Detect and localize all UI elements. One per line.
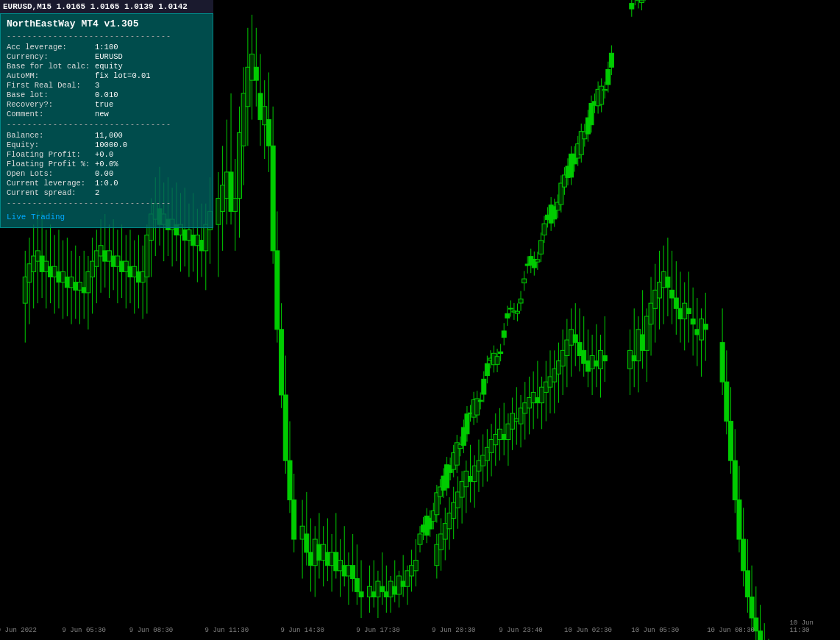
time-label: 9 Jun 14:30 (280, 627, 324, 634)
row-label: Equity: (7, 141, 95, 149)
row-value: +0.0 (95, 150, 207, 159)
time-label: 9 Jun 05:30 (62, 627, 105, 634)
time-label: 9 Jun 08:30 (129, 627, 173, 634)
divider-3: -------------------------------- (7, 199, 207, 207)
row-label: Comment: (7, 110, 95, 118)
account-row: Floating Profit:+0.0 (7, 150, 207, 159)
info-row: Currency:EURUSD (7, 52, 207, 61)
row-label: Balance: (7, 131, 95, 140)
account-row: Balance:11,000 (7, 131, 207, 140)
row-value: 11,000 (95, 131, 207, 140)
row-value: +0.0% (95, 160, 207, 168)
account-row: Current leverage:1:0.0 (7, 179, 207, 188)
account-row: Equity:10000.0 (7, 141, 207, 149)
row-label: Floating Profit: (7, 150, 95, 159)
time-label: 9 Jun 11:30 (205, 627, 249, 634)
panel-title: NorthEastWay MT4 v1.305 (7, 18, 207, 29)
row-label: First Real Deal: (7, 81, 95, 90)
row-value: 1:100 (95, 43, 207, 51)
row-value: 1:0.0 (95, 179, 207, 188)
row-value: fix lot=0.01 (95, 71, 207, 80)
info-row: Acc leverage:1:100 (7, 43, 207, 51)
row-value: 0.010 (95, 90, 207, 99)
row-label: Floating Profit %: (7, 160, 95, 168)
top-bar: EURUSD,M15 1.0165 1.0165 1.0139 1.0142 (0, 0, 213, 13)
row-label: AutoMM: (7, 71, 95, 80)
account-rows: Balance:11,000Equity:10000.0Floating Pro… (7, 131, 207, 197)
row-label: Currency: (7, 52, 95, 61)
info-row: AutoMM:fix lot=0.01 (7, 71, 207, 80)
info-panel: NorthEastWay MT4 v1.305 ----------------… (0, 13, 213, 228)
row-value: equity (95, 62, 207, 71)
time-label: 9 Jun 23:40 (499, 627, 542, 634)
row-value: EURUSD (95, 52, 207, 61)
time-label: 9 Jun 2022 (0, 627, 37, 634)
time-label: 9 Jun 20:30 (432, 627, 475, 634)
time-label: 10 Jun 11:30 (789, 619, 823, 634)
row-label: Recovery?: (7, 100, 95, 109)
time-label: 10 Jun 02:30 (564, 627, 612, 634)
divider-1: -------------------------------- (7, 32, 207, 40)
row-value: new (95, 110, 207, 118)
row-label: Current spread: (7, 188, 95, 197)
row-value: true (95, 100, 207, 109)
info-row: Recovery?:true (7, 100, 207, 109)
row-label: Open Lots: (7, 169, 95, 178)
live-trading-link[interactable]: Live Trading (7, 213, 65, 221)
info-row: Base for lot calc:equity (7, 62, 207, 71)
row-value: 10000.0 (95, 141, 207, 149)
info-row: Comment:new (7, 110, 207, 118)
row-label: Base lot: (7, 90, 95, 99)
symbol-label: EURUSD,M15 1.0165 1.0165 1.0139 1.0142 (3, 2, 188, 11)
row-label: Current leverage: (7, 179, 95, 188)
row-value: 3 (95, 81, 207, 90)
time-label: 9 Jun 17:30 (356, 627, 399, 634)
info-rows: Acc leverage:1:100Currency:EURUSDBase fo… (7, 43, 207, 118)
row-label: Acc leverage: (7, 43, 95, 51)
row-value: 0.00 (95, 169, 207, 178)
account-row: Open Lots:0.00 (7, 169, 207, 178)
divider-2: -------------------------------- (7, 121, 207, 129)
time-label: 10 Jun 08:30 (707, 627, 755, 634)
info-row: First Real Deal:3 (7, 81, 207, 90)
account-row: Current spread:2 (7, 188, 207, 197)
info-row: Base lot:0.010 (7, 90, 207, 99)
account-row: Floating Profit %:+0.0% (7, 160, 207, 168)
time-label: 10 Jun 05:30 (631, 627, 679, 634)
row-label: Base for lot calc: (7, 62, 95, 71)
row-value: 2 (95, 188, 207, 197)
